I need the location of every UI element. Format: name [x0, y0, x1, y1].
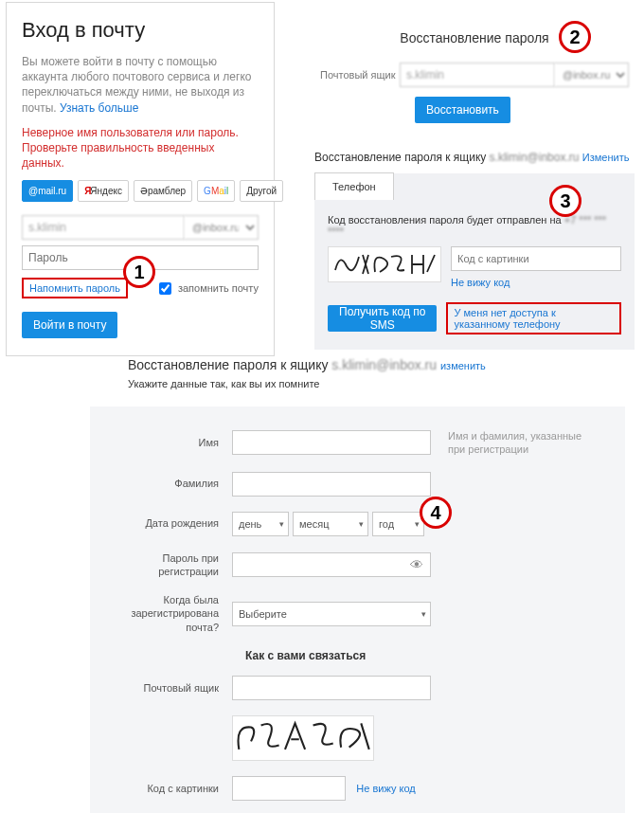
signin-button[interactable]: Войти в почту	[22, 312, 117, 338]
input-captcha-code[interactable]	[232, 776, 346, 801]
phone-msg: Код восстановления пароля будет отправле…	[328, 214, 621, 237]
select-year[interactable]: год	[372, 512, 424, 536]
get-sms-button[interactable]: Получить код по SMS	[328, 305, 437, 332]
captcha2-image	[232, 715, 374, 761]
remember-checkbox-wrap[interactable]: запомнить почту	[155, 280, 259, 298]
hint-name: Имя и фамилия, указанные при регистрации	[448, 429, 590, 457]
label-when: Когда была зарегистрирована почта?	[118, 593, 232, 634]
captcha-input[interactable]	[451, 246, 621, 271]
captcha-refresh-link[interactable]: Не вижу код	[451, 277, 510, 288]
remember-checkbox[interactable]	[159, 282, 171, 295]
input-regpassword[interactable]	[232, 552, 431, 577]
provider-gmail[interactable]: GMail	[197, 180, 235, 202]
form-panel: Восстановление пароля к ящику s.klimin@i…	[90, 357, 625, 813]
recover-domain-select[interactable]: @inbox.ru	[555, 63, 629, 87]
recover-mailbox-label: Почтовый ящик	[320, 69, 400, 81]
label-surname: Фамилия	[118, 477, 232, 490]
login-panel: Вход в почту Вы можете войти в почту с п…	[6, 2, 275, 356]
step-marker-4: 4	[420, 497, 452, 529]
provider-yandex[interactable]: ЯЯндекс	[78, 180, 129, 202]
select-when[interactable]: Выберите	[232, 602, 431, 626]
phone-change-link[interactable]: Изменить	[582, 152, 630, 163]
step-marker-3: 3	[549, 185, 581, 217]
remind-password-link[interactable]: Напомнить пароль	[22, 278, 128, 298]
captcha-image	[328, 246, 441, 282]
eye-icon[interactable]: 👁	[410, 557, 423, 572]
provider-other[interactable]: Другой	[240, 180, 283, 202]
select-month[interactable]: месяц	[293, 512, 368, 536]
login-email-input[interactable]	[22, 215, 185, 240]
label-captcha-code: Код с картинки	[118, 782, 232, 795]
login-desc: Вы можете войти в почту с помощью аккаун…	[22, 54, 259, 116]
form-change-link[interactable]: изменить	[440, 360, 486, 371]
provider-rambler[interactable]: Әрамблер	[134, 180, 192, 202]
step-marker-1: 1	[123, 256, 155, 288]
form-subtitle: Укажите данные так, как вы их помните	[128, 378, 625, 389]
input-surname[interactable]	[232, 472, 431, 497]
no-phone-access-link[interactable]: У меня нет доступа к указанному телефону	[446, 302, 621, 334]
form-heading: Восстановление пароля к ящику s.klimin@i…	[128, 357, 625, 372]
recover-email-input[interactable]	[400, 63, 555, 87]
recover-submit-button[interactable]: Восстановить	[415, 97, 510, 123]
section-contact-title: Как с вами связаться	[245, 649, 597, 662]
provider-row: @mail.ru ЯЯндекс Әрамблер GMail Другой	[22, 180, 259, 202]
tab-phone[interactable]: Телефон	[314, 172, 394, 200]
label-dob: Дата рождения	[118, 516, 232, 530]
input-name[interactable]	[232, 430, 431, 455]
captcha2-refresh-link[interactable]: Не вижу код	[356, 783, 415, 794]
login-title: Вход в почту	[22, 18, 259, 43]
learn-more-link[interactable]: Узнать больше	[60, 101, 138, 115]
phone-panel: Восстановление пароля к ящику s.klimin@i…	[314, 151, 635, 350]
step-marker-2: 2	[559, 21, 591, 53]
login-error: Неверное имя пользователя или пароль. Пр…	[22, 125, 259, 172]
provider-mailru[interactable]: @mail.ru	[22, 180, 73, 202]
select-day[interactable]: день	[232, 512, 289, 536]
label-password: Пароль при регистрации	[118, 551, 232, 579]
input-contact-mailbox[interactable]	[232, 676, 431, 700]
login-domain-select[interactable]: @inbox.ru	[185, 215, 259, 240]
phone-heading: Восстановление пароля к ящику s.klimin@i…	[314, 151, 635, 164]
remember-label: запомнить почту	[178, 282, 259, 294]
label-contact-mailbox: Почтовый ящик	[118, 681, 232, 695]
label-name: Имя	[118, 436, 232, 449]
